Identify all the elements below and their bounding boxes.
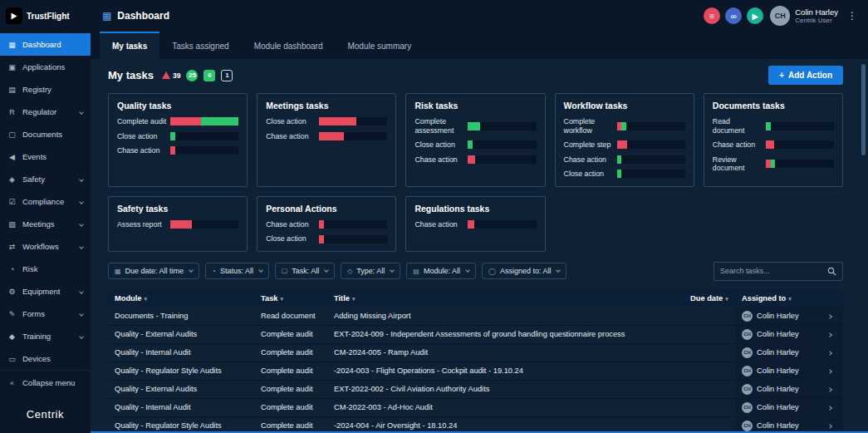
- progress-bar: [766, 160, 834, 168]
- card-personal-actions: Personal ActionsChase actionClose action: [257, 196, 396, 252]
- stat-row: Close action: [266, 234, 387, 244]
- avatar: CH: [742, 402, 753, 413]
- send-icon[interactable]: ▶: [747, 7, 763, 24]
- chevron-down-icon: [189, 268, 194, 273]
- column-assigned-to[interactable]: Assigned to▾: [735, 289, 821, 308]
- sidebar-item-safety[interactable]: ◈Safety: [0, 168, 91, 190]
- sidebar-item-workflows[interactable]: ⇄Workflows: [0, 235, 91, 258]
- scrollbar[interactable]: [861, 64, 866, 421]
- sidebar-item-applications[interactable]: ▣Applications: [0, 56, 91, 78]
- stat-row: Close action: [117, 132, 238, 141]
- chevron-right-icon[interactable]: [827, 351, 832, 356]
- sidebar-item-devices[interactable]: ▭Devices: [0, 347, 91, 370]
- stat-row: Chase action: [713, 140, 834, 150]
- collapse-menu-button[interactable]: « Collapse menu: [0, 370, 91, 395]
- stat-row: Chase action: [117, 146, 238, 155]
- card-title: Documents tasks: [713, 101, 834, 111]
- progress-bar: [617, 170, 685, 178]
- notifications-icon[interactable]: ≡: [704, 7, 720, 24]
- task-cards: Quality tasksComplete auditClose actionC…: [108, 93, 843, 252]
- circle-badge: 25: [186, 70, 198, 81]
- sidebar-item-documents[interactable]: ▢Documents: [0, 123, 91, 145]
- sidebar-item-forms[interactable]: ✎Forms: [0, 303, 91, 325]
- brand-name: TrustFlight: [27, 12, 70, 21]
- task-row[interactable]: Quality - External AuditsComplete auditE…: [108, 325, 843, 343]
- content-area: My tasks 392561 + Add Action Quality tas…: [91, 59, 868, 433]
- sidebar-item-dashboard[interactable]: ▦Dashboard: [0, 33, 91, 56]
- user-menu[interactable]: CH Colin Harley Centrik User: [770, 6, 838, 26]
- sidebar-item-registry[interactable]: ▤Registry: [0, 78, 91, 101]
- chevron-down-icon: [79, 177, 84, 182]
- stat-row: Complete assessment: [414, 117, 536, 135]
- progress-bar: [766, 122, 834, 130]
- progress-bar: [468, 220, 536, 229]
- task-icon: ☐: [282, 268, 287, 275]
- sidebar-item-compliance[interactable]: ☑Compliance: [0, 190, 91, 213]
- checklist-icon: ☑: [7, 198, 17, 206]
- chevron-right-icon[interactable]: [827, 332, 832, 337]
- avatar: CH: [770, 6, 790, 26]
- kebab-menu-icon[interactable]: ⋮: [845, 10, 860, 22]
- sort-caret-icon: ▾: [145, 296, 148, 302]
- sidebar-item-meetings[interactable]: ▧Meetings: [0, 213, 91, 235]
- search-box[interactable]: [714, 262, 843, 281]
- link-icon[interactable]: ∞: [725, 7, 742, 24]
- chevron-right-icon[interactable]: [827, 406, 832, 411]
- stat-row: Complete workflow: [564, 117, 685, 135]
- device-icon: ▭: [7, 355, 17, 363]
- filter-assigned-to[interactable]: ◯Assigned to: All: [482, 263, 567, 279]
- tab-module-dashboard[interactable]: Module dashboard: [242, 32, 336, 59]
- column-module[interactable]: Module▾: [108, 289, 254, 308]
- search-icon[interactable]: [827, 267, 836, 276]
- filter-due-date[interactable]: ▦Due date: All time: [108, 263, 199, 279]
- column-title[interactable]: Title▾: [327, 289, 684, 308]
- card-title: Risk tasks: [414, 101, 536, 111]
- task-row[interactable]: Quality - Internal AuditComplete auditCM…: [108, 343, 843, 362]
- sidebar-item-equipment[interactable]: ⚙Equipment: [0, 280, 91, 303]
- card-title: Regulations tasks: [414, 204, 536, 214]
- chevron-right-icon[interactable]: [827, 314, 832, 319]
- task-row[interactable]: Documents - TrainingRead documentAdding …: [108, 308, 843, 326]
- card-title: Safety tasks: [117, 204, 238, 214]
- sidebar-item-training[interactable]: ◆Training: [0, 325, 91, 347]
- chevron-right-icon[interactable]: [827, 387, 832, 392]
- brand[interactable]: TrustFlight: [0, 0, 91, 32]
- progress-bar: [319, 132, 387, 140]
- chevron-down-icon: [79, 199, 84, 204]
- sidebar-item-regulator[interactable]: RRegulator: [0, 101, 91, 123]
- avatar: CH: [742, 366, 753, 376]
- filter-chips: ▦Due date: All time◔Status: All☐Task: Al…: [108, 263, 566, 279]
- filter-task[interactable]: ☐Task: All: [275, 263, 335, 279]
- add-action-button[interactable]: + Add Action: [768, 66, 843, 85]
- chevron-right-icon[interactable]: [827, 424, 832, 429]
- card-regulations-tasks: Regulations tasksChase action: [405, 196, 545, 252]
- task-row[interactable]: Quality - External AuditsComplete auditE…: [108, 380, 843, 398]
- warning-triangle-icon: [162, 71, 170, 79]
- sidebar-item-risk[interactable]: ◔Risk: [0, 258, 91, 280]
- card-title: Meetings tasks: [266, 101, 387, 111]
- tab-my-tasks[interactable]: My tasks: [100, 32, 159, 59]
- chevron-right-icon[interactable]: [827, 369, 832, 374]
- scrollbar-thumb[interactable]: [861, 64, 866, 155]
- task-row[interactable]: Quality - Internal AuditComplete auditCM…: [108, 398, 843, 416]
- card-workflow-tasks: Workflow tasksComplete workflowComplete …: [555, 93, 694, 187]
- chevron-down-icon: [324, 268, 329, 273]
- user-role: Centrik User: [795, 17, 838, 25]
- dashboard-grid-icon: ▦: [102, 10, 111, 22]
- search-input[interactable]: [720, 267, 823, 275]
- sidebar-item-events[interactable]: ◀Events: [0, 145, 91, 168]
- filter-module[interactable]: ▤Module: All: [406, 263, 476, 279]
- chevron-down-icon: [258, 268, 263, 273]
- sidebar: TrustFlight ▦Dashboard▣Applications▤Regi…: [0, 0, 91, 433]
- column-due-date[interactable]: Due date▾: [684, 289, 735, 308]
- column-task[interactable]: Task▾: [254, 289, 327, 308]
- filter-status[interactable]: ◔Status: All: [205, 263, 269, 279]
- task-row[interactable]: Quality - Regulator Style AuditsComplete…: [108, 362, 843, 380]
- card-title: Workflow tasks: [564, 101, 685, 111]
- tab-tasks-assigned[interactable]: Tasks assigned: [159, 32, 241, 59]
- tab-module-summary[interactable]: Module summary: [335, 32, 424, 59]
- filter-type[interactable]: ◇Type: All: [341, 263, 400, 279]
- progress-bar: [468, 155, 536, 164]
- progress-bar: [319, 235, 387, 244]
- avatar: CH: [742, 384, 753, 395]
